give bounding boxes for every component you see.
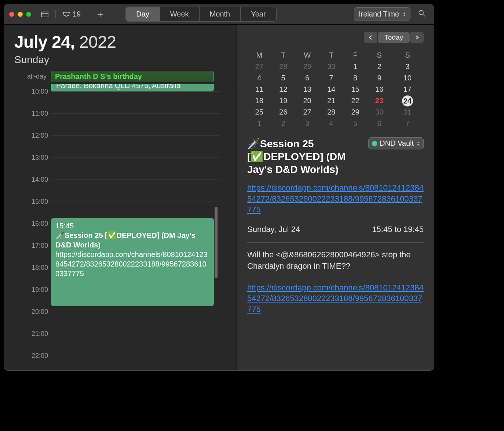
mini-cal-day[interactable]: 20: [295, 95, 319, 106]
mini-cal-day[interactable]: 4: [319, 118, 343, 129]
mini-cal-day[interactable]: 31: [391, 106, 424, 118]
timezone-label: Ireland Time: [359, 10, 399, 18]
main-body: July 24, 2022 Sunday all-day Prashanth D…: [4, 25, 434, 370]
inbox-icon: [62, 11, 70, 18]
svg-point-4: [419, 10, 423, 15]
event-start-time: 15:45: [55, 221, 209, 231]
calendars-toggle-button[interactable]: [39, 9, 51, 19]
mini-calendar[interactable]: MTWTFSS272829301234567891011121314151617…: [247, 50, 424, 129]
hour-grid-scroll[interactable]: Parade, Bokarina QLD 4575, Australia 10:…: [4, 84, 237, 370]
calendar-picker[interactable]: DND Vault ▲▼: [368, 137, 424, 149]
mini-cal-day[interactable]: 26: [271, 106, 295, 118]
chevron-left-icon: [368, 35, 373, 40]
date-header: July 24, 2022 Sunday: [4, 25, 237, 69]
mini-cal-day[interactable]: 2: [271, 118, 295, 129]
mini-cal-day[interactable]: 7: [319, 72, 343, 84]
mini-cal-day[interactable]: 27: [247, 61, 271, 72]
hour-line: [51, 356, 220, 356]
mini-cal-day[interactable]: 2: [367, 61, 391, 72]
mini-cal-day[interactable]: 15: [343, 84, 367, 95]
hour-label: 10:00: [4, 88, 48, 95]
mini-cal-day[interactable]: 28: [271, 61, 295, 72]
mini-cal-day[interactable]: 12: [271, 84, 295, 95]
inbox-button[interactable]: 19: [60, 8, 83, 20]
event-block-session25[interactable]: 15:45 🗡️Session 25 [✅DEPLOYED] (DM Jay's…: [51, 218, 214, 306]
mini-cal-day[interactable]: 3: [295, 118, 319, 129]
timezone-select[interactable]: Ireland Time ▲▼: [354, 7, 410, 21]
mini-cal-day[interactable]: 30: [367, 106, 391, 118]
hour-line: [51, 135, 220, 136]
search-icon: [418, 10, 426, 17]
mini-nav: Today: [247, 32, 424, 43]
dow-header: S: [367, 50, 391, 61]
hour-label: 15:00: [4, 198, 48, 206]
mini-cal-day[interactable]: 11: [247, 84, 271, 95]
hour-line: [51, 202, 220, 202]
mini-cal-day[interactable]: 14: [319, 84, 343, 95]
view-tab-day[interactable]: Day: [126, 7, 160, 21]
search-button[interactable]: [415, 10, 429, 19]
svg-rect-0: [41, 12, 48, 17]
detail-description: Will the <@&868062628000464926> stop the…: [247, 249, 424, 272]
add-event-button[interactable]: [94, 9, 106, 19]
mini-cal-day[interactable]: 22: [343, 95, 367, 106]
mini-cal-day[interactable]: 27: [295, 106, 319, 118]
all-day-event[interactable]: Prashanth D S's birthday: [51, 71, 214, 82]
hour-line: [51, 334, 220, 334]
mini-cal-day[interactable]: 3: [391, 61, 424, 72]
mini-cal-day[interactable]: 28: [319, 106, 343, 118]
detail-link-1[interactable]: https://discordapp.com/channels/80810124…: [247, 182, 424, 215]
dow-header: T: [271, 50, 295, 61]
mini-cal-day[interactable]: 8: [343, 72, 367, 84]
mini-cal-day[interactable]: 29: [343, 106, 367, 118]
dow-header: S: [391, 50, 424, 61]
event-detail: 🗡️Session 25 [✅DEPLOYED] (DM Jay's D&D W…: [247, 137, 424, 363]
hour-label: 12:00: [4, 132, 48, 140]
mini-cal-day[interactable]: 16: [367, 84, 391, 95]
next-button[interactable]: [410, 32, 424, 43]
view-tab-month[interactable]: Month: [200, 7, 241, 21]
mini-cal-day[interactable]: 4: [247, 72, 271, 84]
mini-cal-day[interactable]: 25: [247, 106, 271, 118]
detail-title: 🗡️Session 25 [✅DEPLOYED] (DM Jay's D&D W…: [247, 137, 365, 176]
today-button[interactable]: Today: [378, 32, 410, 43]
mini-cal-day[interactable]: 5: [343, 118, 367, 129]
mini-cal-day[interactable]: 21: [319, 95, 343, 106]
mini-cal-day[interactable]: 18: [247, 95, 271, 106]
mini-cal-day[interactable]: 6: [295, 72, 319, 84]
minimize-window-button[interactable]: [18, 12, 23, 17]
mini-cal-day[interactable]: 30: [319, 61, 343, 72]
view-tab-year[interactable]: Year: [241, 7, 276, 21]
scrollbar-thumb[interactable]: [215, 207, 218, 278]
dow-header: F: [343, 50, 367, 61]
close-window-button[interactable]: [9, 12, 14, 17]
detail-time: 15:45 to 19:45: [372, 225, 424, 234]
hour-label: 21:00: [4, 330, 48, 338]
hour-line: [51, 113, 220, 114]
hour-line: [51, 312, 220, 312]
mini-cal-day[interactable]: 19: [271, 95, 295, 106]
svg-line-5: [423, 14, 425, 16]
mini-cal-day[interactable]: 1: [343, 61, 367, 72]
hour-line: [51, 180, 220, 180]
zoom-window-button[interactable]: [26, 12, 31, 17]
view-tab-week[interactable]: Week: [160, 7, 200, 21]
window-controls: [9, 12, 31, 17]
mini-cal-day[interactable]: 23: [367, 95, 391, 106]
mini-cal-day[interactable]: 5: [271, 72, 295, 84]
mini-cal-day[interactable]: 29: [295, 61, 319, 72]
calendar-color-swatch: [372, 141, 377, 146]
prev-button[interactable]: [364, 32, 377, 43]
hour-label: 13:00: [4, 154, 48, 162]
mini-cal-day[interactable]: 13: [295, 84, 319, 95]
mini-cal-day[interactable]: 10: [391, 72, 424, 84]
mini-cal-day[interactable]: 9: [367, 72, 391, 84]
mini-cal-day[interactable]: 1: [247, 118, 271, 129]
plus-icon: [96, 11, 104, 18]
mini-cal-day[interactable]: 17: [391, 84, 424, 95]
mini-cal-day[interactable]: 6: [367, 118, 391, 129]
mini-cal-day[interactable]: 7: [391, 118, 424, 129]
hour-label: 16:00: [4, 220, 48, 228]
mini-cal-day[interactable]: 24: [391, 95, 424, 106]
detail-link-2[interactable]: https://discordapp.com/channels/80810124…: [247, 282, 424, 315]
